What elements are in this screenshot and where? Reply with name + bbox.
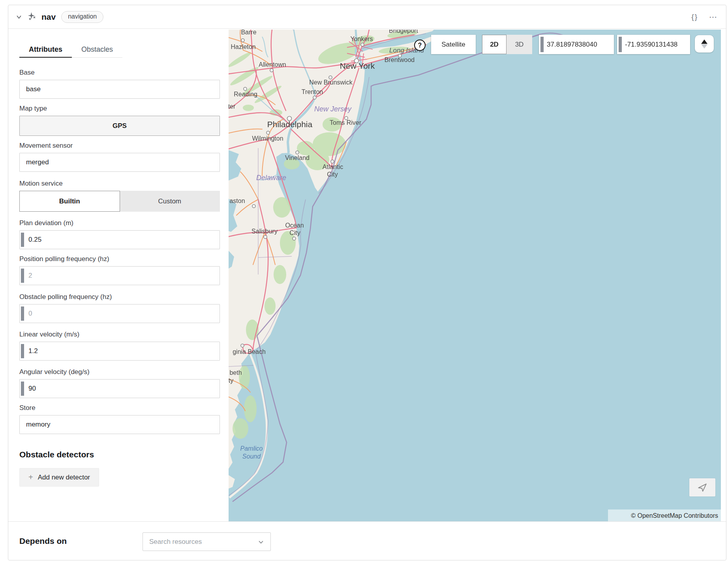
map-area-label: New Jersey <box>314 105 352 113</box>
plus-icon: + <box>28 473 33 482</box>
map-help-button[interactable]: ? <box>414 39 426 51</box>
city-dot <box>252 205 255 208</box>
select-placeholder: Search resources <box>149 538 202 546</box>
navigate-arrow-icon <box>697 482 707 493</box>
city-dot <box>244 87 247 90</box>
resource-card: nav navigation {} ⋯ Attributes Obstacles… <box>8 5 726 560</box>
json-mode-icon[interactable]: {} <box>691 13 698 21</box>
longitude-input[interactable]: -71.93590131438 <box>617 35 690 54</box>
city-dot <box>361 43 364 46</box>
map-city-label: Hazleton <box>231 43 255 50</box>
map-attribution: © OpenStreetMap Contributors <box>608 509 721 522</box>
base-label: Base <box>19 69 220 77</box>
map-city-label: New York <box>340 61 375 70</box>
map-city-label: Atlantic <box>323 164 343 170</box>
number-input-bar <box>540 37 544 52</box>
map-city-label: Philadelphia <box>267 120 313 129</box>
city-dot <box>293 237 296 240</box>
position-polling-label: Position polling frequency (hz) <box>19 255 220 263</box>
motion-service-label: Motion service <box>19 180 220 188</box>
map-city-label: City <box>289 229 300 236</box>
motion-service-builtin[interactable]: Builtin <box>19 191 120 212</box>
map-city-label: ter <box>229 103 236 110</box>
map-mode-toggle: 2D 3D <box>482 35 532 54</box>
linear-velocity-label: Linear velocity (m/s) <box>19 331 220 338</box>
depends-on-section: Depends on Search resources <box>8 521 726 560</box>
question-icon: ? <box>418 42 422 49</box>
card-header: nav navigation {} ⋯ <box>8 5 726 29</box>
store-input[interactable]: memory <box>19 415 220 434</box>
mode-3d-button[interactable]: 3D <box>507 35 532 54</box>
tab-obstacles[interactable]: Obstacles <box>72 42 122 58</box>
satellite-toggle-button[interactable]: Satellite <box>431 35 476 54</box>
number-input-bar <box>21 269 24 283</box>
obstacle-polling-input[interactable]: 0 <box>19 304 220 323</box>
city-dot <box>241 39 244 42</box>
recenter-button[interactable] <box>689 478 715 496</box>
map-area-label: Sound <box>242 453 261 460</box>
map-city-label: City <box>327 171 338 178</box>
movement-sensor-label: Movement sensor <box>19 142 220 150</box>
map-city-label: aston <box>229 197 245 204</box>
number-input-bar <box>21 233 24 247</box>
map-area-label: Pamlico <box>240 445 263 452</box>
number-input-bar <box>21 306 24 321</box>
city-dot <box>296 151 299 154</box>
map-canvas: BarreHazletonYonkersBridgeportNew YorkBr… <box>229 30 721 522</box>
navigation-service-icon <box>26 11 38 23</box>
map-view[interactable]: BarreHazletonYonkersBridgeportNew YorkBr… <box>229 30 721 522</box>
map-city-label: Allentown <box>259 61 286 68</box>
motion-service-toggle: Builtin Custom <box>19 191 220 212</box>
map-city-label: Yonkers <box>350 36 373 42</box>
mode-2d-button[interactable]: 2D <box>482 35 507 54</box>
map-city-label: Vineland <box>285 154 310 161</box>
map-area-label: Delaware <box>256 174 286 182</box>
plan-deviation-input[interactable]: 0.25 <box>19 230 220 249</box>
map-city-label: Reading <box>234 91 257 98</box>
movement-sensor-input[interactable]: merged <box>19 153 220 172</box>
resource-name: nav <box>41 12 56 22</box>
number-input-bar <box>619 37 622 52</box>
angular-velocity-input[interactable]: 90 <box>19 379 220 398</box>
map-city-label: Brentwood <box>385 56 415 63</box>
depends-on-heading: Depends on <box>19 536 67 546</box>
linear-velocity-input[interactable]: 1.2 <box>19 342 220 361</box>
resource-type-badge: navigation <box>61 11 103 23</box>
overflow-menu-icon[interactable]: ⋯ <box>709 15 717 19</box>
position-polling-input[interactable]: 2 <box>19 266 220 285</box>
map-type-label: Map type <box>19 105 220 113</box>
map-city-label: ginia Beach <box>233 348 266 355</box>
city-dot <box>270 69 273 72</box>
map-city-label: Bridgeport <box>389 30 418 34</box>
map-city-label: New Brunswick <box>309 79 353 86</box>
motion-service-custom[interactable]: Custom <box>120 191 220 212</box>
map-city-label: ty <box>229 377 233 384</box>
latitude-input[interactable]: 37.81897838040 <box>539 35 614 54</box>
angular-velocity-label: Angular velocity (deg/s) <box>19 368 220 376</box>
map-city-label: beth <box>229 369 242 376</box>
step-down-icon[interactable] <box>701 44 707 49</box>
plan-deviation-label: Plan deviation (m) <box>19 219 220 227</box>
store-label: Store <box>19 404 220 412</box>
map-type-gps-button[interactable]: GPS <box>19 116 220 136</box>
city-dot <box>313 96 316 99</box>
number-input-bar <box>21 382 24 396</box>
coordinate-stepper[interactable] <box>695 35 714 53</box>
add-detector-button[interactable]: + Add new detector <box>19 468 99 487</box>
tab-attributes[interactable]: Attributes <box>19 42 72 58</box>
step-up-icon[interactable] <box>701 39 707 44</box>
obstacle-polling-label: Obstacle polling frequency (hz) <box>19 293 220 301</box>
city-dot <box>329 76 332 79</box>
city-dot <box>331 160 334 163</box>
chevron-down-icon <box>258 539 264 545</box>
base-input[interactable]: base <box>19 80 220 99</box>
depends-on-select[interactable]: Search resources <box>143 532 271 551</box>
city-dot <box>241 344 244 347</box>
map-city-label: Toms River <box>330 119 362 126</box>
collapse-chevron-icon[interactable] <box>15 13 23 21</box>
obstacle-detectors-heading: Obstacle detectors <box>19 450 220 459</box>
city-dot <box>266 131 270 134</box>
map-city-label: Barre <box>241 30 256 36</box>
number-input-bar <box>21 344 24 358</box>
map-city-label: Ocean <box>285 222 304 229</box>
